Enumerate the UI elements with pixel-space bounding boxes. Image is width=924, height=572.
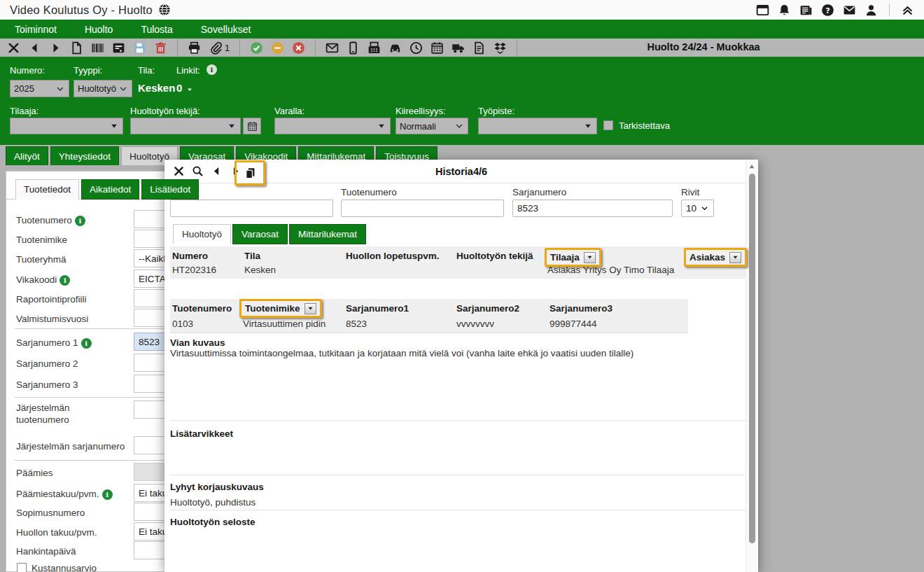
caret-down-icon bbox=[307, 305, 314, 312]
caret-down-icon bbox=[109, 121, 119, 131]
korjauskuvaus-text: Huoltotyö, puhdistus bbox=[170, 496, 723, 509]
lisatarvikkeet-heading: Lisätarvikkeet bbox=[170, 428, 233, 439]
numero-label: Numero: bbox=[10, 65, 45, 76]
file-edit-icon[interactable] bbox=[472, 41, 486, 55]
tarkistettava-checkbox[interactable] bbox=[603, 120, 613, 130]
kustannusarvio-checkbox[interactable] bbox=[17, 563, 27, 572]
paperclip-icon[interactable] bbox=[209, 41, 222, 55]
field-label: Tuoteryhmä bbox=[16, 253, 128, 265]
doc-new-icon[interactable] bbox=[70, 41, 83, 55]
mail-filled-icon[interactable] bbox=[843, 4, 856, 17]
scroll-up-icon[interactable] bbox=[748, 162, 756, 171]
user-icon[interactable] bbox=[864, 4, 878, 17]
save-icon[interactable] bbox=[133, 41, 146, 55]
cross-circle-icon[interactable] bbox=[292, 41, 305, 55]
kiireellisyys-select[interactable]: Normaali bbox=[396, 118, 468, 134]
svg-text:?: ? bbox=[825, 6, 830, 15]
chevron-down-icon bbox=[55, 84, 65, 94]
caret-left-icon[interactable] bbox=[28, 41, 41, 55]
info-icon[interactable]: i bbox=[59, 275, 70, 286]
tasklist-icon[interactable] bbox=[112, 41, 125, 55]
cell-tuotenumero: 0103 bbox=[172, 319, 193, 329]
tilaaja-select[interactable] bbox=[10, 118, 123, 134]
caret-right-icon[interactable] bbox=[49, 41, 62, 55]
sarjanumero-input[interactable]: 8523 bbox=[512, 200, 673, 217]
linkit-count[interactable]: 0 bbox=[176, 82, 182, 94]
subtab-aikatiedot[interactable]: Aikatiedot bbox=[81, 179, 139, 200]
field-label: Tuotenumeroi bbox=[16, 214, 128, 226]
dropbox-icon[interactable] bbox=[493, 41, 507, 55]
tilaaja-dropdown-button[interactable] bbox=[584, 252, 596, 263]
field-label: Sopimusnumero bbox=[16, 507, 128, 519]
varalla-select[interactable] bbox=[274, 118, 391, 134]
menu-tulosta[interactable]: Tulosta bbox=[134, 24, 178, 35]
etsi-input[interactable] bbox=[170, 200, 333, 217]
modal-scrollbar[interactable] bbox=[746, 160, 757, 572]
toolbar-icons: 1 bbox=[7, 39, 519, 56]
tekija-select[interactable] bbox=[130, 118, 241, 134]
rivit-label: Rivit bbox=[681, 187, 699, 197]
modal-tab-huoltotyö[interactable]: Huoltotyö bbox=[173, 224, 231, 244]
help-icon[interactable]: ? bbox=[821, 4, 834, 17]
info-icon[interactable]: i bbox=[102, 489, 113, 500]
calendar-icon[interactable] bbox=[430, 41, 444, 55]
numero-select[interactable]: 2025 bbox=[10, 80, 69, 97]
toolbar-divider bbox=[177, 39, 178, 56]
chevrons-up-icon[interactable] bbox=[901, 4, 914, 17]
divider bbox=[170, 510, 746, 510]
divider bbox=[170, 420, 746, 421]
subtab-lisätiedot[interactable]: Lisätiedot bbox=[141, 179, 199, 200]
field-label: Järjestelmän tuotenumero bbox=[16, 402, 93, 426]
tab-yhteystiedot[interactable]: Yhteystiedot bbox=[50, 146, 119, 165]
tekija-label: Huoltotyön tekijä: bbox=[130, 106, 200, 116]
printer-icon[interactable] bbox=[188, 41, 201, 55]
field-label: Sarjanumero 3 bbox=[16, 379, 128, 391]
info-icon[interactable]: i bbox=[81, 338, 92, 349]
info-icon[interactable]: i bbox=[75, 216, 85, 226]
subtab-tuotetiedot[interactable]: Tuotetiedot bbox=[15, 179, 79, 200]
titlebar-divider bbox=[889, 4, 890, 16]
rivit-select[interactable]: 10 bbox=[681, 200, 714, 217]
linkit-caret-icon[interactable] bbox=[186, 85, 193, 92]
col-numero: Numero bbox=[172, 251, 208, 261]
menu-huolto[interactable]: Huolto bbox=[78, 24, 119, 35]
tuotenimike-dropdown-button[interactable] bbox=[304, 303, 316, 314]
col-tilaaja: Tilaaja bbox=[550, 252, 580, 263]
asiakas-dropdown-button[interactable] bbox=[729, 252, 741, 263]
tyopiste-select[interactable] bbox=[478, 118, 597, 134]
modal-tab-mittarilukemat[interactable]: Mittarilukemat bbox=[289, 224, 366, 244]
titlebar: Video Koulutus Oy - Huolto ? bbox=[0, 0, 924, 20]
check-circle-icon[interactable] bbox=[250, 41, 263, 55]
truck-icon[interactable] bbox=[451, 41, 465, 55]
field-label: Raportointiprofiili bbox=[16, 293, 128, 305]
kustannusarvio-label: Kustannusarvio bbox=[31, 563, 97, 572]
toolbar-divider bbox=[517, 39, 517, 56]
window-icon[interactable] bbox=[756, 4, 769, 17]
chevron-down-icon bbox=[700, 204, 709, 213]
tyyppi-select[interactable]: Huoltotyö bbox=[74, 80, 132, 97]
tuotenumero-input[interactable] bbox=[341, 200, 504, 217]
fax-icon[interactable] bbox=[368, 41, 381, 55]
titlebar-icons: ? bbox=[756, 0, 914, 20]
menu-toiminnot[interactable]: Toiminnot bbox=[8, 24, 63, 35]
mail-icon[interactable] bbox=[326, 41, 339, 55]
close-icon[interactable] bbox=[7, 41, 20, 55]
tab-alityöt[interactable]: Alityöt bbox=[6, 146, 48, 165]
modal-tab-varaosat[interactable]: Varaosat bbox=[232, 224, 288, 244]
scrollbar-thumb[interactable] bbox=[749, 174, 755, 543]
menu-sovellukset[interactable]: Sovellukset bbox=[195, 24, 258, 35]
bell-icon[interactable] bbox=[778, 4, 791, 17]
mobile-icon[interactable] bbox=[346, 41, 360, 55]
clock-icon[interactable] bbox=[410, 41, 423, 55]
linkit-info-icon[interactable]: i bbox=[206, 64, 217, 75]
minus-circle-icon[interactable] bbox=[271, 41, 284, 55]
car-icon[interactable] bbox=[388, 41, 402, 55]
field-label: Vikakoodii bbox=[16, 274, 128, 286]
barcode-icon[interactable] bbox=[91, 41, 104, 55]
news-icon[interactable] bbox=[799, 4, 813, 17]
tekija-calendar-button[interactable] bbox=[243, 118, 261, 134]
copy-icon[interactable] bbox=[244, 167, 256, 179]
trash-icon[interactable] bbox=[154, 41, 167, 55]
vian-kuvaus-text: Virtasuuttimissa toimintaongelmaa, tutki… bbox=[170, 347, 723, 360]
tuotenimike-column-highlight: Tuotenimike bbox=[239, 299, 322, 318]
